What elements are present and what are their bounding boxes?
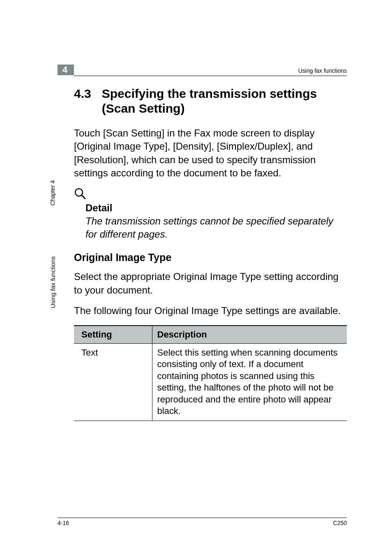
table-header-row: Setting Description [74, 326, 347, 344]
running-header: Using fax functions [298, 67, 347, 74]
subsection-paragraph-2: The following four Original Image Type s… [74, 304, 347, 317]
chapter-badge: 4 [58, 65, 74, 75]
subsection-heading: Original Image Type [74, 252, 347, 264]
page: 4 Using fax functions Chapter 4 Using fa… [0, 0, 392, 555]
footer-product: C250 [333, 520, 347, 526]
section-number: 4.3 [74, 86, 91, 101]
table-cell-description: Select this setting when scanning docume… [152, 343, 347, 421]
table-header-setting: Setting [74, 326, 152, 344]
detail-block: Detail The transmission settings cannot … [74, 187, 347, 241]
sidebar: Chapter 4 Using fax functions [49, 206, 58, 337]
table-cell-setting: Text [74, 343, 152, 421]
header-rule [74, 76, 347, 76]
detail-label: Detail [85, 202, 347, 214]
section-heading: 4.3 Specifying the transmission settings… [74, 86, 347, 116]
magnifier-icon [74, 187, 86, 200]
footer-row: 4-16 C250 [58, 520, 347, 526]
svg-line-1 [82, 195, 85, 199]
intro-paragraph: Touch [Scan Setting] in the Fax mode scr… [74, 127, 347, 180]
subsection-paragraph-1: Select the appropriate Original Image Ty… [74, 270, 347, 297]
table-row: Text Select this setting when scanning d… [74, 343, 347, 421]
footer: 4-16 C250 [58, 518, 347, 526]
footer-page-number: 4-16 [58, 520, 69, 526]
sidebar-chapter-label: Chapter 4 [49, 180, 56, 206]
footer-rule [58, 518, 347, 518]
detail-text: The transmission settings cannot be spec… [85, 215, 347, 241]
sidebar-title: Using fax functions [49, 256, 56, 308]
main-content: 4.3 Specifying the transmission settings… [74, 86, 347, 421]
table-header-description: Description [152, 326, 347, 344]
settings-table: Setting Description Text Select this set… [74, 325, 347, 421]
section-title: Specifying the transmission settings (Sc… [102, 86, 347, 116]
